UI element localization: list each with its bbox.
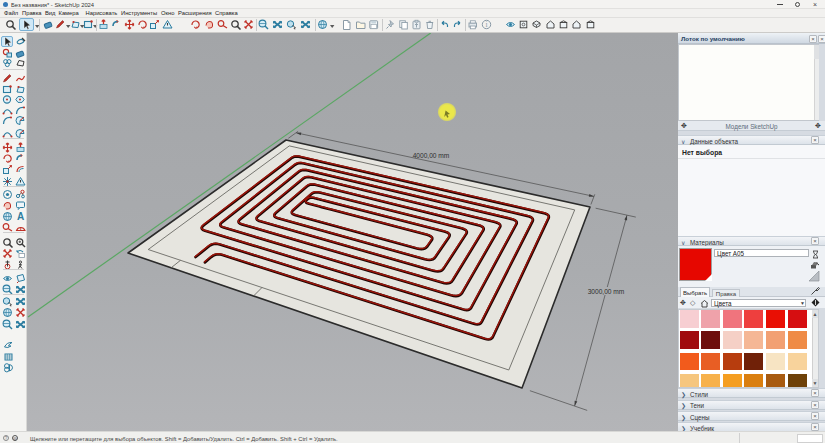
svg-text:3000,00 mm: 3000,00 mm (588, 288, 625, 295)
svg-text:i: i (485, 20, 487, 29)
svg-text:4000,00 mm: 4000,00 mm (413, 152, 450, 159)
svg-text:A: A (17, 211, 24, 222)
